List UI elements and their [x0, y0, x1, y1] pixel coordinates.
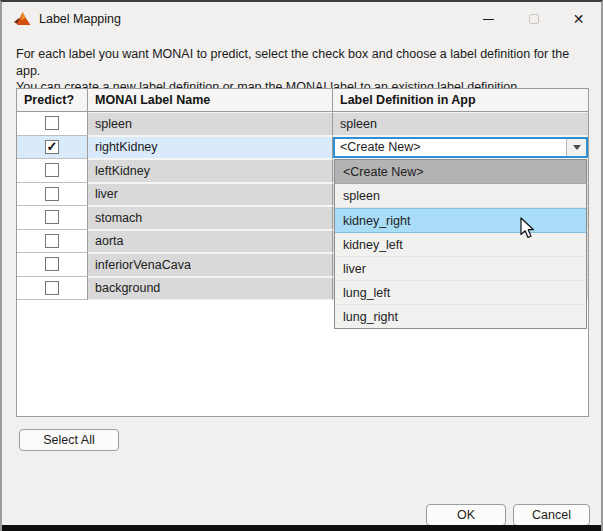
- monai-label-cell: inferiorVenaCava: [88, 253, 333, 277]
- predict-checkbox[interactable]: [45, 257, 59, 271]
- minimize-icon: [483, 19, 494, 20]
- dropdown-option[interactable]: lung_right: [335, 305, 586, 328]
- mouse-cursor: [520, 217, 535, 240]
- monai-label-cell: spleen: [88, 112, 333, 136]
- close-button[interactable]: ✕: [556, 2, 601, 36]
- label-mapping-dialog: Label Mapping ✕ For each label you want …: [0, 0, 603, 531]
- dropdown-option[interactable]: spleen: [335, 184, 586, 208]
- predict-checkbox[interactable]: [45, 234, 59, 248]
- dropdown-option[interactable]: lung_left: [335, 281, 586, 305]
- chevron-down-icon: [573, 145, 581, 150]
- definition-combobox[interactable]: <Create New>: [333, 137, 588, 159]
- table-row[interactable]: rightKidney <Create New>: [17, 136, 588, 160]
- close-icon: ✕: [573, 12, 585, 26]
- maximize-button: [511, 2, 556, 36]
- dropdown-option[interactable]: kidney_right: [335, 208, 586, 233]
- column-header-label-definition: Label Definition in App: [333, 89, 588, 111]
- maximize-icon: [529, 14, 539, 24]
- column-header-predict: Predict?: [17, 89, 88, 111]
- titlebar: Label Mapping ✕: [2, 2, 601, 36]
- monai-label-cell: leftKidney: [88, 159, 333, 183]
- column-header-monai-label: MONAI Label Name: [88, 89, 333, 111]
- definition-dropdown-list: <Create New> spleen kidney_right kidney_…: [334, 159, 587, 329]
- table-row[interactable]: spleen spleen: [17, 112, 588, 136]
- window-title: Label Mapping: [39, 12, 121, 26]
- predict-checkbox[interactable]: [45, 140, 59, 154]
- ok-button[interactable]: OK: [426, 504, 506, 526]
- predict-checkbox[interactable]: [45, 187, 59, 201]
- combobox-value: <Create New>: [335, 139, 566, 157]
- predict-checkbox[interactable]: [45, 210, 59, 224]
- definition-cell: spleen: [333, 112, 588, 136]
- dropdown-option[interactable]: kidney_left: [335, 233, 586, 257]
- monai-label-cell: background: [88, 277, 333, 301]
- instructions-line1: For each label you want MONAI to predict…: [16, 46, 596, 79]
- dropdown-option[interactable]: <Create New>: [335, 160, 586, 184]
- monai-label-cell: stomach: [88, 206, 333, 230]
- window-bottom-edge: [0, 525, 603, 531]
- monai-label-cell: liver: [88, 183, 333, 207]
- dropdown-option[interactable]: liver: [335, 257, 586, 281]
- table-header: Predict? MONAI Label Name Label Definiti…: [17, 89, 588, 112]
- matlab-icon: [14, 12, 31, 27]
- select-all-button[interactable]: Select All: [19, 429, 119, 451]
- combobox-dropdown-button[interactable]: [566, 139, 586, 157]
- predict-checkbox[interactable]: [45, 281, 59, 295]
- predict-checkbox[interactable]: [45, 163, 59, 177]
- monai-label-cell: rightKidney: [88, 136, 333, 160]
- minimize-button[interactable]: [466, 2, 511, 36]
- predict-checkbox[interactable]: [45, 116, 59, 130]
- cancel-button[interactable]: Cancel: [513, 504, 590, 526]
- monai-label-cell: aorta: [88, 230, 333, 254]
